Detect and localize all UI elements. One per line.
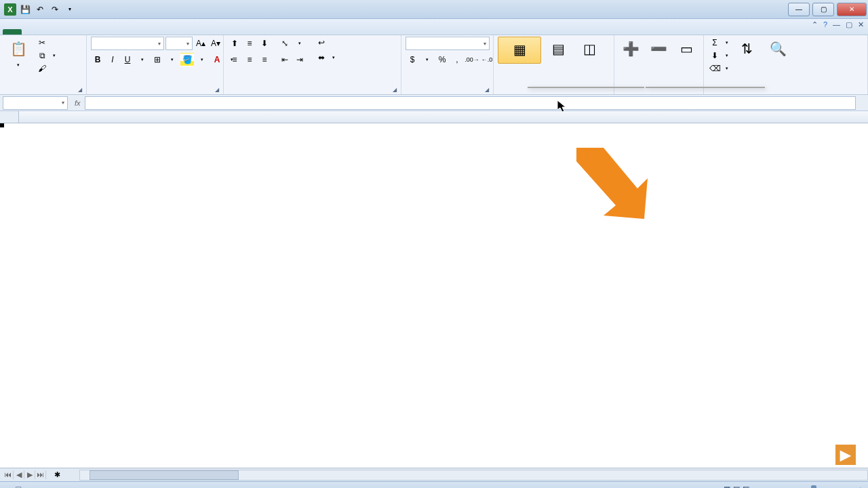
sheet-tab-bar: ⏮ ◀ ▶ ⏭ ✱: [0, 468, 868, 481]
sheet-nav-next-icon[interactable]: ▶: [24, 470, 35, 479]
ribbon: 📋 ▾ ✂ ⧉▾ 🖌 ◢ ▾ ▾ A▴ A▾ B I U: [0, 35, 868, 95]
increase-indent-icon[interactable]: ⇥: [293, 53, 307, 66]
zoom-out-icon[interactable]: −: [762, 485, 766, 489]
align-bottom-icon[interactable]: ⬇: [258, 37, 271, 50]
delete-cells-button[interactable]: ➖: [646, 37, 671, 62]
format-as-table-button[interactable]: ▤: [544, 37, 572, 62]
fill-color-button[interactable]: 🪣: [180, 53, 194, 66]
number-format-combo[interactable]: ▾: [406, 37, 490, 50]
accounting-format-icon[interactable]: $: [406, 53, 419, 66]
comma-format-icon[interactable]: ,: [450, 53, 464, 66]
font-launcher-icon[interactable]: ◢: [215, 87, 219, 93]
view-normal-icon[interactable]: ▦: [724, 485, 730, 488]
fill-button[interactable]: ⬇▾: [708, 49, 730, 62]
clear-button[interactable]: ⌫▾: [708, 62, 730, 75]
find-icon: 🔍: [767, 38, 789, 60]
percent-format-icon[interactable]: %: [435, 53, 449, 66]
ribbon-tabs: ⌃ ? — ▢ ✕: [0, 19, 868, 35]
cell-styles-button[interactable]: ◫: [575, 37, 604, 62]
formula-input[interactable]: [85, 96, 856, 110]
fill-down-icon: ⬇: [709, 50, 720, 61]
redo-icon[interactable]: ↷: [49, 3, 61, 16]
minimize-button[interactable]: —: [788, 3, 810, 16]
align-center-icon[interactable]: ≡: [243, 53, 256, 66]
bold-button[interactable]: B: [91, 53, 104, 66]
fx-icon[interactable]: fx: [71, 99, 85, 107]
format-painter-button[interactable]: 🖌: [35, 62, 57, 75]
table-icon: ▤: [547, 38, 569, 60]
borders-button[interactable]: ⊞: [151, 53, 164, 66]
decrease-decimal-icon[interactable]: ←.0: [480, 53, 494, 66]
view-layout-icon[interactable]: ▤: [733, 485, 740, 488]
font-color-button[interactable]: A: [210, 53, 224, 66]
cell-styles-icon: ◫: [578, 38, 600, 60]
copy-button[interactable]: ⧉▾: [35, 49, 57, 62]
autosum-button[interactable]: Σ▾: [708, 37, 730, 49]
shrink-font-icon[interactable]: A▾: [209, 37, 222, 50]
sigma-icon: Σ: [709, 37, 720, 48]
underline-button[interactable]: U: [121, 53, 134, 66]
sort-filter-button[interactable]: ⇅: [732, 37, 761, 62]
italic-button[interactable]: I: [106, 53, 119, 66]
delete-icon: ➖: [648, 38, 670, 60]
grow-font-icon[interactable]: A▴: [194, 37, 208, 50]
sheet-nav-prev-icon[interactable]: ◀: [14, 470, 24, 479]
cursor-icon: [557, 100, 568, 114]
name-box[interactable]: ▾: [3, 96, 68, 110]
align-middle-icon[interactable]: ≡: [243, 37, 256, 50]
view-pagebreak-icon[interactable]: ▨: [743, 485, 749, 488]
merge-center-button[interactable]: ⬌▾: [315, 52, 336, 64]
brush-icon: 🖌: [37, 63, 47, 74]
number-launcher-icon[interactable]: ◢: [485, 87, 489, 93]
clipboard-launcher-icon[interactable]: ◢: [78, 87, 82, 93]
conditional-formatting-icon: ▦: [509, 39, 530, 60]
alignment-launcher-icon[interactable]: ◢: [393, 87, 397, 93]
doc-restore-icon[interactable]: ▢: [846, 20, 852, 29]
format-cells-button[interactable]: ▭: [674, 37, 699, 62]
maximize-button[interactable]: ▢: [812, 3, 834, 16]
highlight-cells-rules-menu: [646, 87, 765, 88]
cut-icon: ✂: [37, 37, 47, 48]
qat-customize-icon[interactable]: ▾: [64, 3, 76, 16]
font-name-combo[interactable]: ▾: [91, 37, 164, 50]
conditional-formatting-button[interactable]: ▦: [498, 37, 541, 64]
close-button[interactable]: ✕: [837, 3, 867, 16]
doc-close-icon[interactable]: ✕: [858, 20, 864, 29]
horizontal-scrollbar[interactable]: [79, 470, 868, 481]
align-right-icon[interactable]: ≡: [258, 53, 271, 66]
file-tab[interactable]: [3, 29, 22, 35]
zoom-in-icon[interactable]: +: [859, 485, 863, 489]
status-bar: ▢ ▦ ▤ ▨ − +: [0, 481, 868, 488]
increase-decimal-icon[interactable]: .00→: [465, 53, 479, 66]
undo-icon[interactable]: ↶: [34, 3, 46, 16]
decrease-indent-icon[interactable]: ⇤: [278, 53, 292, 66]
macro-record-icon[interactable]: ▢: [15, 485, 22, 488]
paste-button[interactable]: 📋 ▾: [4, 37, 33, 69]
svg-marker-1: [557, 100, 566, 112]
merge-icon: ⬌: [316, 52, 327, 63]
align-top-icon[interactable]: ⬆: [228, 37, 241, 50]
select-all-corner[interactable]: [0, 111, 19, 123]
format-icon: ▭: [676, 38, 698, 60]
watermark: ▶: [833, 445, 856, 465]
copy-icon: ⧉: [37, 50, 47, 61]
cut-button[interactable]: ✂: [35, 37, 57, 49]
doc-minimize-icon[interactable]: —: [833, 20, 840, 29]
sheet-nav-first-icon[interactable]: ⏮: [3, 470, 14, 479]
ribbon-minimize-icon[interactable]: ⌃: [812, 20, 818, 29]
insert-cells-button[interactable]: ➕: [618, 37, 644, 62]
wrap-text-button[interactable]: ↩: [315, 37, 336, 49]
align-left-icon[interactable]: ≡: [228, 53, 241, 66]
eraser-icon: ⌫: [709, 63, 720, 74]
help-icon[interactable]: ?: [823, 20, 827, 29]
new-sheet-icon[interactable]: ✱: [49, 470, 66, 479]
quick-access-toolbar: X 💾 ↶ ↷ ▾: [0, 3, 80, 16]
sheet-nav-last-icon[interactable]: ⏭: [35, 470, 46, 479]
insert-icon: ➕: [620, 38, 642, 60]
font-size-combo[interactable]: ▾: [165, 37, 193, 50]
find-select-button[interactable]: 🔍: [764, 37, 792, 62]
spreadsheet-grid[interactable]: [0, 111, 868, 468]
watermark-arrow-icon: ▶: [835, 445, 856, 465]
save-icon[interactable]: 💾: [19, 3, 31, 16]
orientation-icon[interactable]: ⤡: [278, 37, 292, 50]
